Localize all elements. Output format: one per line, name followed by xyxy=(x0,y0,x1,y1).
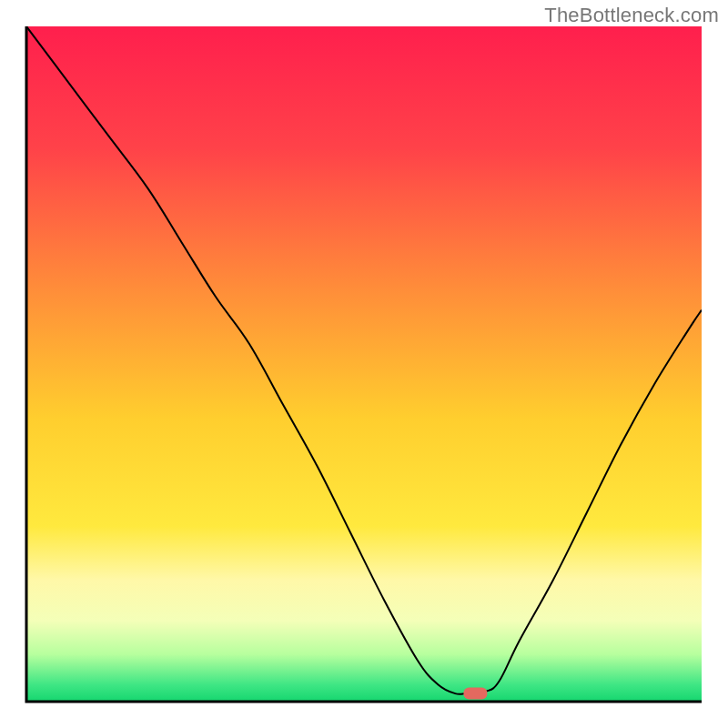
watermark-text: TheBottleneck.com xyxy=(544,4,719,27)
gradient-background xyxy=(26,26,702,702)
optimal-marker xyxy=(463,688,487,700)
chart-stage: TheBottleneck.com xyxy=(0,0,728,728)
bottleneck-chart xyxy=(0,0,728,728)
